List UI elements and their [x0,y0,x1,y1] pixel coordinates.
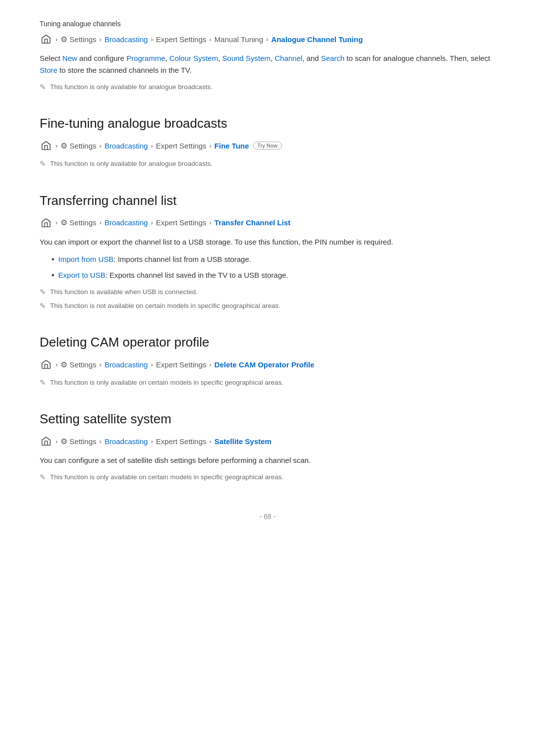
sep11: › [100,219,102,226]
page-footer: - 68 - [40,512,495,520]
import-usb-text: : Imports channel list from a USB storag… [113,255,251,263]
link-new[interactable]: New [62,54,77,62]
section-deleting-cam: Deleting CAM operator profile › ⚙ Settin… [40,335,495,388]
bc-settings-5: ⚙ Settings [60,437,96,446]
home-icon-5[interactable] [40,435,53,448]
sep18: › [55,438,57,445]
breadcrumb-satellite: › ⚙ Settings › Broadcasting › Expert Set… [40,435,495,448]
note-text-3a: This function is available when USB is c… [50,287,198,297]
bc-satellite-system[interactable]: Satellite System [214,437,271,446]
list-item-import: Import from USB: Imports channel list fr… [52,254,495,265]
sep4: › [210,36,212,43]
section-top-label: Tuning analogue channels [40,20,495,28]
sep5: › [266,36,268,43]
bc-expert-1: Expert Settings [156,35,207,44]
note-text-3b: This function is not available on certai… [50,301,280,311]
bc-broadcasting-2[interactable]: Broadcasting [105,142,148,150]
home-icon-4[interactable] [40,358,53,371]
section-tuning-analogue: Tuning analogue channels › ⚙ Settings › … [40,20,495,92]
section-fine-tuning: Fine-tuning analogue broadcasts › ⚙ Sett… [40,116,495,169]
section-satellite: Setting satellite system › ⚙ Settings › … [40,411,495,482]
sep7: › [100,142,102,150]
sep10: › [55,219,57,226]
sep15: › [100,361,102,368]
page-number: - 68 - [260,512,276,520]
link-search[interactable]: Search [321,54,345,62]
pencil-icon-4: ✎ [40,378,46,387]
bullet-list-3: Import from USB: Imports channel list fr… [52,254,495,281]
note-text-1: This function is only available for anal… [50,82,213,92]
sep9: › [210,142,212,150]
body-text-1: Select New and configure Programme, Colo… [40,52,495,76]
link-store[interactable]: Store [40,66,57,74]
link-sound-system[interactable]: Sound System [222,54,271,62]
sep14: › [55,361,57,368]
gear-icon-4: ⚙ [60,360,67,369]
bc-broadcasting-5[interactable]: Broadcasting [105,437,148,446]
sep1: › [55,36,57,43]
body-text-5: You can configure a set of satellite dis… [40,454,495,466]
export-usb-text: : Exports channel list saved in the TV t… [106,271,288,279]
sep17: › [210,361,212,368]
bc-broadcasting-4[interactable]: Broadcasting [105,360,148,369]
pencil-icon-5: ✎ [40,473,46,482]
note-row-4: ✎ This function is only available on cer… [40,378,495,388]
note-text-4: This function is only available on certa… [50,378,283,388]
bc-fine-tune[interactable]: Fine Tune [214,142,249,150]
section-title-fine-tuning: Fine-tuning analogue broadcasts [40,116,495,131]
gear-icon-1: ⚙ [60,35,67,44]
note-text-5: This function is only available on certa… [50,472,283,482]
section-transferring: Transferring channel list › ⚙ Settings ›… [40,193,495,311]
pencil-icon-1: ✎ [40,83,46,92]
sep2: › [100,36,102,43]
bc-expert-5: Expert Settings [156,437,207,446]
sep13: › [210,219,212,226]
sep8: › [151,142,153,150]
pencil-icon-3a: ✎ [40,288,46,297]
sep19: › [100,438,102,445]
note-row-5: ✎ This function is only available on cer… [40,472,495,482]
home-icon[interactable] [40,33,53,46]
link-programme[interactable]: Programme [126,54,165,62]
bc-expert-2: Expert Settings [156,142,207,150]
bc-transfer-channel[interactable]: Transfer Channel List [214,218,290,227]
gear-icon-3: ⚙ [60,218,67,227]
bc-item2-1[interactable]: Analogue Channel Tuning [271,35,363,44]
bc-expert-4: Expert Settings [156,360,207,369]
note-row-2: ✎ This function is only available for an… [40,159,495,169]
breadcrumb-tuning: › ⚙ Settings › Broadcasting › Expert Set… [40,33,495,46]
try-now-badge[interactable]: Try Now [253,142,282,150]
sep20: › [151,438,153,445]
note-row-3a: ✎ This function is available when USB is… [40,287,495,297]
note-row-1: ✎ This function is only available for an… [40,82,495,92]
bc-broadcasting-1[interactable]: Broadcasting [105,35,148,44]
link-colour-system[interactable]: Colour System [169,54,218,62]
pencil-icon-2: ✎ [40,159,46,168]
sep6: › [55,142,57,150]
sep3: › [151,36,153,43]
body-text-3: You can import or export the channel lis… [40,236,495,248]
pencil-icon-3b: ✎ [40,302,46,310]
section-title-cam: Deleting CAM operator profile [40,335,495,350]
breadcrumb-fine-tuning: › ⚙ Settings › Broadcasting › Expert Set… [40,139,495,152]
bc-settings-4: ⚙ Settings [60,360,96,369]
bc-item-1: Manual Tuning [214,35,263,44]
home-icon-2[interactable] [40,139,53,152]
link-channel[interactable]: Channel [274,54,302,62]
note-text-2: This function is only available for anal… [50,159,213,169]
section-title-satellite: Setting satellite system [40,411,495,427]
link-import-usb[interactable]: Import from USB [58,255,114,263]
bc-settings-1: ⚙ Settings [60,35,96,44]
sep21: › [210,438,212,445]
sep12: › [151,219,153,226]
gear-icon-5: ⚙ [60,437,67,446]
bc-broadcasting-3[interactable]: Broadcasting [105,218,148,227]
bc-settings-3: ⚙ Settings [60,218,96,227]
link-export-usb[interactable]: Export to USB [58,271,106,279]
breadcrumb-cam: › ⚙ Settings › Broadcasting › Expert Set… [40,358,495,371]
home-icon-3[interactable] [40,216,53,229]
bc-expert-3: Expert Settings [156,218,207,227]
bc-settings-2: ⚙ Settings [60,141,96,151]
bc-delete-cam[interactable]: Delete CAM Operator Profile [214,360,315,369]
sep16: › [151,361,153,368]
